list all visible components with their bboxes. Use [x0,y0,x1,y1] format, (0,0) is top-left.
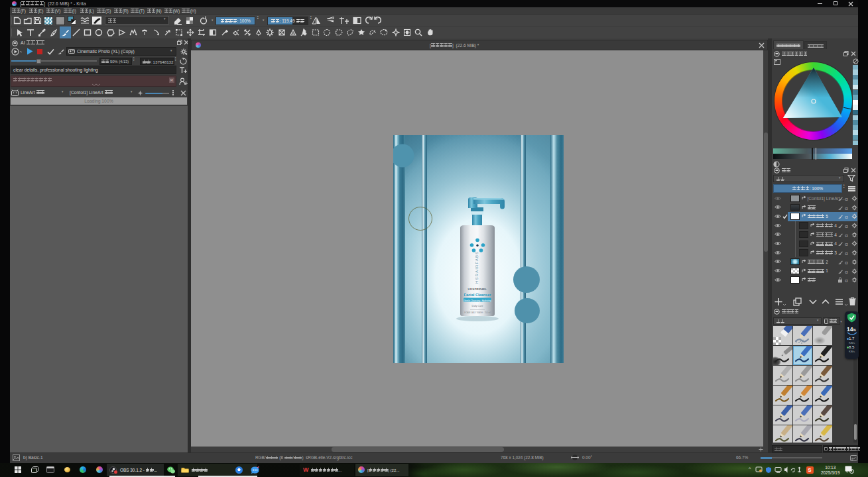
svg-text:HSRAIRFABS: HSRAIRFABS [474,251,479,284]
svg-text:α: α [845,205,848,211]
svg-text:α: α [845,259,848,265]
svg-text:Gentle Cleansing · Hydrating: Gentle Cleansing · Hydrating [464,299,491,302]
svg-text:α: α [845,268,848,274]
svg-text:α: α [845,241,848,247]
svg-text:FOAM DAILY WASH · 150 ml: FOAM DAILY WASH · 150 ml [464,311,491,314]
svg-text:α: α [845,250,848,256]
svg-text:Daily Care: Daily Care [472,305,483,307]
svg-text:α: α [845,278,848,284]
svg-text:Facial Cleanser: Facial Cleanser [464,293,491,297]
svg-text:UDSZRIF4EL: UDSZRIF4EL [468,288,487,291]
svg-text:α: α [845,214,848,220]
svg-text:α: α [845,223,848,229]
svg-text:α: α [845,195,848,201]
svg-text:α: α [845,232,848,238]
